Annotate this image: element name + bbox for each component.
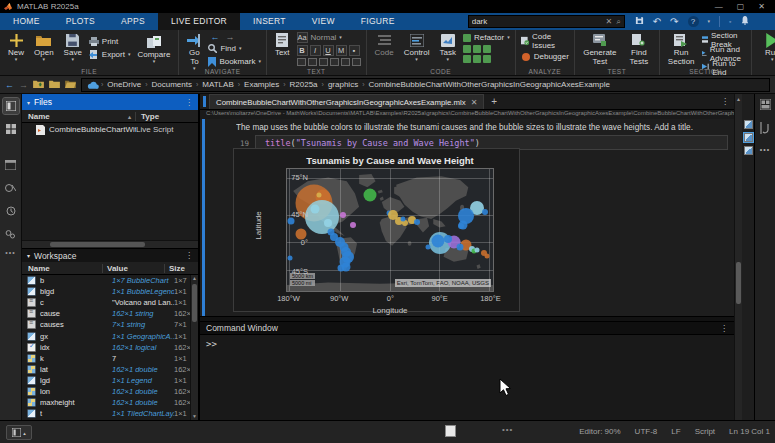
ribbon-tab-insert[interactable]: INSERT	[240, 13, 299, 30]
code-button[interactable]: Code	[372, 32, 397, 57]
open-button[interactable]: Open▾	[31, 32, 57, 62]
style-select[interactable]: Normal	[311, 33, 337, 42]
forward-arrow-icon[interactable]: →	[225, 33, 234, 41]
new-tab-icon[interactable]: +	[491, 96, 497, 107]
code-tool-icon[interactable]	[473, 45, 481, 53]
breadcrumb[interactable]: ›OneDrive›Documents›MATLAB›Examples›R202…	[81, 78, 770, 92]
refactor-button[interactable]: Refactor▾	[463, 32, 510, 43]
workspace-row[interactable]: gx1×1 GeographicA...1×1	[22, 330, 190, 341]
ws-col-value[interactable]: Value	[103, 264, 164, 273]
files-kebab-icon[interactable]: ⋮	[185, 98, 193, 107]
script-paragraph[interactable]: The map uses the bubble colors to illust…	[236, 123, 730, 132]
indent-icon[interactable]	[352, 58, 361, 66]
close-tab-icon[interactable]: ✕	[471, 98, 478, 107]
bold-button[interactable]: B	[297, 45, 308, 56]
figure-thumbnail[interactable]	[744, 120, 753, 129]
italic-button[interactable]: I	[310, 45, 321, 56]
figure-output[interactable]: Tsunamis by Cause and Wave Height Latitu…	[233, 148, 520, 312]
workspace-vscrollbar[interactable]: ▲ ▼	[190, 275, 198, 420]
drag-handle[interactable]	[203, 96, 206, 107]
doc-search-box[interactable]: ✕ ⌕	[468, 15, 625, 28]
profiler-panel-icon[interactable]	[3, 180, 19, 196]
compare-button[interactable]: Compare▾	[134, 34, 173, 64]
file-row[interactable]: CombineBubbleChartWithO... Live Script	[22, 123, 198, 136]
files-panel-icon[interactable]	[3, 98, 19, 114]
editor-kebab-icon[interactable]: ⋮	[721, 97, 729, 106]
ws-col-size[interactable]: Size	[165, 264, 198, 273]
community-icon[interactable]: ◦	[729, 13, 731, 30]
editor-tab[interactable]: CombineBubbleChartWithOtherGraphicsInGeo…	[209, 94, 484, 109]
search-input[interactable]	[472, 17, 602, 26]
breadcrumb-item[interactable]: Documents	[151, 80, 191, 89]
workspace-row[interactable]: lgd1×1 Legend1×1	[22, 375, 190, 386]
workspace-row[interactable]: c"Volcano and Lan...1×1	[22, 297, 190, 308]
command-window-kebab-icon[interactable]: ⋮	[720, 324, 728, 333]
breadcrumb-item[interactable]: MATLAB	[202, 80, 233, 89]
more-icon[interactable]: •••	[760, 146, 770, 153]
ribbon-tab-home[interactable]: HOME	[0, 13, 53, 30]
new-button[interactable]: New▾	[5, 32, 27, 62]
run-and-advance-button[interactable]: Run and Advance	[702, 48, 746, 59]
ribbon-tab-apps[interactable]: APPS	[108, 13, 158, 30]
outline-panel-icon[interactable]	[760, 122, 770, 134]
files-col-type[interactable]: Type	[136, 112, 198, 121]
workspace-row[interactable]: k71×1	[22, 353, 190, 364]
live-script-canvas[interactable]: The map uses the bubble colors to illust…	[200, 119, 734, 316]
workspace-row[interactable]: blgd1×1 BubbleLegend1×1	[22, 286, 190, 297]
breadcrumb-item[interactable]: CombineBubbleChartWithOtherGraphicsInGeo…	[369, 80, 610, 89]
more-format-icon[interactable]: ▪	[349, 45, 360, 56]
print-button[interactable]: Print	[89, 36, 131, 47]
breadcrumb-item[interactable]: R2025a	[290, 80, 318, 89]
underline-button[interactable]: U	[323, 45, 334, 56]
history-panel-icon[interactable]	[3, 203, 19, 219]
code-tool-icon[interactable]	[473, 55, 481, 63]
goto-button[interactable]: Go To▾	[184, 32, 204, 71]
workspace-panel-icon[interactable]	[3, 121, 19, 137]
more-panels-icon[interactable]: •••	[5, 249, 15, 256]
breadcrumb-item[interactable]: Examples	[244, 80, 279, 89]
figure-thumbnail[interactable]	[744, 146, 753, 155]
ribbon-tab-live-editor[interactable]: LIVE EDITOR	[158, 13, 240, 30]
align-center-icon[interactable]	[330, 58, 339, 66]
workspace-row[interactable]: lat162×1 double162×1	[22, 364, 190, 375]
workspace-row[interactable]: causes7×1 string7×1	[22, 319, 190, 330]
numbered-list-icon[interactable]	[308, 58, 317, 66]
undo-icon[interactable]: ↶	[653, 13, 661, 30]
workspace-row[interactable]: cause162×1 string162×1	[22, 308, 190, 319]
files-hscrollbar[interactable]	[22, 240, 198, 248]
editor-vscrollbar[interactable]: ▲	[734, 94, 742, 420]
find-button[interactable]: Find▾	[208, 43, 261, 54]
generate-test-button[interactable]: Generate Test	[580, 32, 620, 66]
collapse-icon[interactable]: ▾	[27, 99, 30, 106]
forward-icon[interactable]: →	[19, 80, 28, 90]
close-button[interactable]: ✕	[758, 0, 765, 13]
collapse-icon[interactable]: ▾	[27, 252, 30, 259]
align-right-icon[interactable]	[341, 58, 350, 66]
ribbon-tab-figure[interactable]: FIGURE	[348, 13, 408, 30]
ws-col-name[interactable]: Name	[22, 264, 102, 273]
back-icon[interactable]: ←	[5, 80, 14, 90]
align-left-icon[interactable]	[319, 58, 328, 66]
workspace-row[interactable]: t1×1 TiledChartLay...1×1	[22, 408, 190, 419]
export-button[interactable]: Export▾	[89, 49, 131, 60]
help-icon[interactable]: ?	[688, 16, 699, 27]
back-arrow-icon[interactable]: ←	[210, 33, 219, 41]
debugger-button[interactable]: Debugger	[521, 51, 569, 62]
run-section-button[interactable]: Run Section	[665, 32, 698, 66]
maximize-button[interactable]: ▢	[737, 0, 745, 13]
layout-panel-icon[interactable]	[760, 99, 771, 110]
code-tool-icon[interactable]	[483, 45, 491, 53]
minimize-button[interactable]: —	[715, 0, 723, 13]
status-more-icon[interactable]: •••	[502, 425, 513, 434]
workspace-row[interactable]: lon162×1 double162×1	[22, 386, 190, 397]
workspace-row[interactable]: idx162×1 logical162×1	[22, 342, 190, 353]
settings-panel-icon[interactable]	[3, 226, 19, 242]
breadcrumb-item[interactable]: graphics	[328, 80, 358, 89]
section-break-button[interactable]: Section Break	[702, 34, 746, 45]
notifications-bell-icon[interactable]	[741, 13, 749, 30]
sort-icon[interactable]: ▴	[128, 113, 131, 120]
workspace-row[interactable]: maxheight162×1 double162×1	[22, 397, 190, 408]
control-button[interactable]: Control▾	[401, 32, 433, 62]
panel-layout-button[interactable]: ▴	[6, 425, 32, 440]
files-col-name[interactable]: Name	[22, 112, 128, 121]
